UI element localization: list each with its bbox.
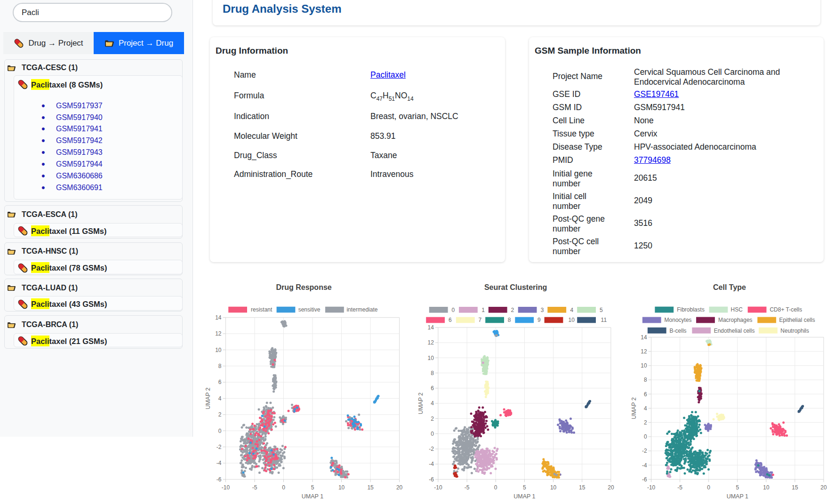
svg-text:15: 15 — [367, 484, 374, 491]
svg-text:-6: -6 — [642, 476, 647, 483]
svg-text:UMAP 2: UMAP 2 — [417, 392, 424, 414]
svg-text:2: 2 — [644, 419, 647, 426]
svg-text:0: 0 — [644, 433, 647, 440]
svg-text:12: 12 — [215, 330, 222, 337]
svg-text:-10: -10 — [647, 484, 656, 491]
svg-text:8: 8 — [508, 317, 511, 323]
svg-text:2: 2 — [218, 411, 222, 418]
svg-text:4: 4 — [431, 400, 434, 407]
svg-text:-6: -6 — [217, 476, 222, 483]
svg-text:0: 0 — [431, 431, 434, 437]
svg-text:12: 12 — [428, 339, 434, 346]
svg-text:15: 15 — [579, 484, 585, 491]
svg-text:0: 0 — [282, 484, 285, 491]
svg-text:3: 3 — [541, 307, 544, 313]
svg-text:20: 20 — [396, 484, 403, 491]
svg-text:4: 4 — [644, 405, 647, 412]
svg-text:-6: -6 — [429, 476, 434, 483]
svg-text:resistant: resistant — [251, 306, 273, 313]
svg-text:-2: -2 — [642, 448, 647, 454]
svg-text:HSC: HSC — [731, 306, 743, 313]
svg-text:12: 12 — [641, 348, 647, 355]
svg-text:-4: -4 — [217, 460, 222, 466]
svg-text:6: 6 — [644, 391, 647, 398]
svg-text:1: 1 — [481, 307, 485, 313]
svg-text:5: 5 — [523, 484, 526, 491]
svg-text:20: 20 — [608, 484, 614, 491]
svg-text:sensitive: sensitive — [298, 306, 321, 313]
svg-text:UMAP 1: UMAP 1 — [302, 493, 323, 500]
svg-text:0: 0 — [452, 307, 455, 313]
svg-text:14: 14 — [428, 324, 434, 331]
svg-text:Epithelial cells: Epithelial cells — [779, 317, 815, 323]
svg-text:5: 5 — [311, 484, 314, 491]
svg-text:8: 8 — [644, 376, 647, 383]
svg-text:14: 14 — [641, 334, 647, 341]
svg-text:Seurat Clustering: Seurat Clustering — [484, 283, 547, 291]
svg-text:10: 10 — [550, 484, 557, 491]
svg-text:11: 11 — [601, 317, 607, 323]
svg-text:10: 10 — [569, 317, 575, 323]
svg-text:9: 9 — [537, 317, 541, 323]
svg-text:Neutrophils: Neutrophils — [780, 328, 809, 334]
svg-text:0: 0 — [218, 428, 222, 434]
svg-text:Cell Type: Cell Type — [713, 283, 746, 291]
svg-text:8: 8 — [218, 363, 222, 369]
svg-text:2: 2 — [431, 416, 434, 422]
svg-text:-4: -4 — [642, 462, 647, 469]
svg-text:CD8+ T-cells: CD8+ T-cells — [770, 306, 802, 313]
svg-text:10: 10 — [641, 362, 647, 369]
svg-text:B-cells: B-cells — [670, 328, 687, 334]
svg-text:-2: -2 — [217, 444, 222, 450]
svg-text:-5: -5 — [465, 484, 470, 491]
svg-text:intermediate: intermediate — [346, 306, 377, 313]
svg-text:-5: -5 — [252, 484, 257, 491]
svg-text:2: 2 — [511, 307, 514, 313]
svg-text:4: 4 — [218, 395, 222, 402]
svg-text:-2: -2 — [429, 446, 434, 452]
svg-text:UMAP 2: UMAP 2 — [631, 397, 637, 419]
svg-text:8: 8 — [431, 370, 434, 376]
svg-text:15: 15 — [792, 484, 798, 491]
svg-text:UMAP 2: UMAP 2 — [205, 387, 212, 409]
svg-text:10: 10 — [428, 355, 434, 361]
svg-text:-10: -10 — [222, 484, 230, 491]
svg-text:Fibroblasts: Fibroblasts — [677, 306, 705, 313]
svg-text:-5: -5 — [677, 484, 682, 491]
svg-text:-10: -10 — [434, 484, 442, 491]
svg-text:10: 10 — [338, 484, 345, 491]
svg-text:Endothelial cells: Endothelial cells — [714, 328, 755, 334]
svg-text:10: 10 — [763, 484, 770, 491]
svg-text:6: 6 — [431, 385, 434, 392]
svg-text:14: 14 — [215, 314, 222, 321]
svg-text:0: 0 — [707, 484, 710, 491]
svg-text:-4: -4 — [429, 461, 434, 467]
svg-text:Drug Response: Drug Response — [276, 283, 331, 291]
svg-text:0: 0 — [494, 484, 497, 491]
svg-text:UMAP 1: UMAP 1 — [513, 493, 535, 500]
svg-text:6: 6 — [449, 317, 452, 323]
svg-text:6: 6 — [218, 379, 222, 385]
svg-text:5: 5 — [600, 307, 603, 313]
svg-text:UMAP 1: UMAP 1 — [727, 493, 748, 500]
svg-text:20: 20 — [820, 484, 827, 491]
svg-text:Monocytes: Monocytes — [665, 317, 692, 323]
svg-text:5: 5 — [736, 484, 739, 491]
svg-text:10: 10 — [215, 347, 222, 353]
svg-text:Macrophages: Macrophages — [718, 317, 753, 323]
svg-text:4: 4 — [570, 307, 574, 313]
svg-text:7: 7 — [479, 317, 482, 323]
